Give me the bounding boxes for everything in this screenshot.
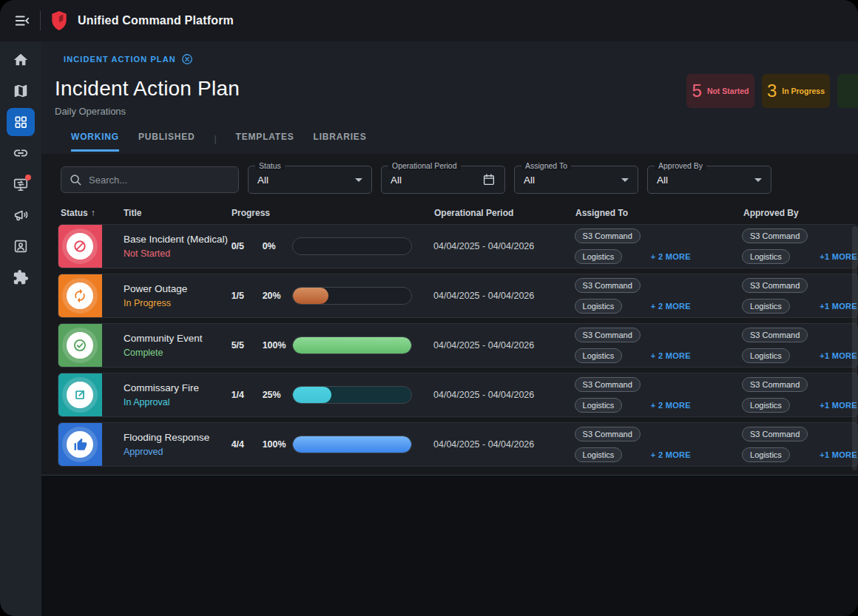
row-progress-cell: 1/5 20% (232, 287, 433, 305)
tab-published[interactable]: PUBLISHED (138, 132, 195, 152)
menu-toggle-icon[interactable] (6, 6, 38, 35)
assigned-more-link[interactable]: + 2 MORE (651, 401, 691, 410)
row-assigned-to-cell: S3 Command Logistics + 2 MORE (575, 229, 742, 264)
row-assigned-to-cell: S3 Command Logistics + 2 MORE (575, 427, 742, 462)
home-icon (13, 52, 29, 68)
sidebar-item-announcements[interactable] (4, 200, 37, 231)
check-circle-icon (72, 338, 87, 353)
column-header-approved-by[interactable]: Approved By (743, 208, 799, 218)
row-operational-period: 04/04/2025 - 04/04/2026 (433, 291, 575, 301)
row-progress-bar (292, 237, 412, 255)
approved-pill: S3 Command (742, 427, 808, 441)
row-title: Commissary Fire (124, 382, 232, 393)
assigned-pills: S3 Command Logistics (575, 278, 641, 314)
row-status-tile (58, 274, 102, 318)
row-assigned-to-cell: S3 Command Logistics + 2 MORE (575, 328, 742, 363)
assigned-more-link[interactable]: + 2 MORE (651, 252, 691, 261)
sort-asc-icon: ↑ (91, 208, 95, 218)
column-header-title[interactable]: Title (124, 208, 232, 218)
row-progress-bar (292, 386, 412, 404)
tab-working[interactable]: WORKING (71, 132, 119, 152)
row-assigned-to-cell: S3 Command Logistics + 2 MORE (575, 278, 742, 314)
dashboard-icon (13, 115, 28, 129)
breadcrumb-close-icon[interactable] (181, 53, 193, 65)
breadcrumb[interactable]: INCIDENT ACTION PLAN (64, 53, 193, 65)
sidebar-item-home[interactable] (4, 44, 37, 75)
tab-libraries[interactable]: LIBRARIES (314, 132, 367, 152)
column-header-status[interactable]: Status↑ (58, 208, 124, 218)
approved-pill: Logistics (742, 398, 790, 413)
row-status-glyph-circle (67, 332, 93, 359)
assigned-pills: S3 Command Logistics (575, 328, 641, 363)
operational-period-filter-value: All (391, 175, 482, 186)
column-header-progress[interactable]: Progress (232, 208, 434, 218)
notification-dot (25, 175, 31, 180)
assigned-to-filter[interactable]: Assigned To All (514, 166, 638, 194)
approved-pills: S3 Command Logistics (742, 328, 808, 363)
assigned-pill: Logistics (575, 348, 623, 363)
table-row[interactable]: Flooding Response Approved 4/4 100% 04/0… (58, 422, 858, 467)
table-row[interactable]: Commissary Fire In Approval 1/4 25% 04/0… (58, 373, 858, 417)
row-status-label: Not Started (124, 248, 232, 259)
status-filter-label: Status (255, 161, 285, 170)
in-progress-label: In Progress (782, 87, 825, 95)
column-header-operational-period[interactable]: Operational Period (434, 208, 575, 218)
row-title-cell: Community Event Complete (124, 333, 232, 358)
search-icon (69, 173, 82, 186)
sidebar-item-screens[interactable] (4, 169, 37, 200)
assigned-to-filter-value: All (524, 175, 621, 186)
row-progress-fraction: 4/4 (232, 439, 263, 450)
row-approved-by-cell: S3 Command Logistics +1 MORE (742, 377, 857, 413)
assigned-pill: Logistics (575, 398, 623, 413)
chevron-down-icon (355, 178, 362, 182)
row-status-tile (58, 422, 102, 467)
table-row[interactable]: Base Incident (Medical) Not Started 0/5 … (58, 224, 858, 268)
assigned-more-link[interactable]: + 2 MORE (651, 351, 691, 360)
row-title: Base Incident (Medical) (124, 234, 232, 245)
assigned-pill: Logistics (575, 447, 623, 462)
row-approved-by-cell: S3 Command Logistics +1 MORE (742, 229, 857, 264)
operational-period-filter[interactable]: Operational Period All (381, 166, 505, 194)
sidebar-item-links[interactable] (4, 138, 37, 169)
row-progress-percent: 100% (263, 439, 292, 450)
row-title: Community Event (124, 333, 232, 344)
sidebar-item-map[interactable] (4, 75, 37, 106)
row-title-cell: Base Incident (Medical) Not Started (124, 234, 232, 259)
row-status-glyph-circle (67, 382, 93, 408)
row-title: Flooding Response (124, 432, 232, 443)
column-header-assigned-to[interactable]: Assigned To (575, 208, 743, 218)
status-filter[interactable]: Status All (248, 166, 372, 194)
top-bar: Unified Command Platform (0, 0, 858, 41)
sidebar-item-integrations[interactable] (4, 262, 37, 293)
assigned-more-link[interactable]: + 2 MORE (651, 302, 691, 311)
plan-rows: Base Incident (Medical) Not Started 0/5 … (41, 224, 858, 467)
row-progress-fraction: 1/5 (232, 291, 263, 301)
assigned-pills: S3 Command Logistics (575, 377, 641, 413)
assigned-pill: S3 Command (575, 377, 641, 392)
table-row[interactable]: Power Outage In Progress 1/5 20% 04/04/2… (58, 274, 858, 318)
row-status-glyph-circle (67, 431, 93, 458)
assigned-pill: Logistics (575, 249, 623, 264)
table-header-row: Status↑ Title Progress Operational Perio… (58, 208, 858, 218)
page-header: INCIDENT ACTION PLAN Incident Action Pla… (41, 41, 858, 154)
sidebar-item-dashboard[interactable] (4, 106, 37, 138)
row-progress-fraction: 1/4 (232, 390, 263, 400)
row-progress-cell: 0/5 0% (232, 237, 433, 255)
breadcrumb-label: INCIDENT ACTION PLAN (64, 55, 176, 64)
search-box[interactable] (61, 166, 239, 193)
row-progress-bar (292, 336, 412, 354)
row-assigned-to-cell: S3 Command Logistics + 2 MORE (575, 377, 742, 413)
vertical-scrollbar[interactable] (852, 226, 857, 470)
row-operational-period: 04/04/2025 - 04/04/2026 (433, 390, 575, 400)
sidebar-item-contacts[interactable] (4, 231, 37, 262)
row-progress-bar (292, 287, 412, 305)
approved-by-filter[interactable]: Approved By All (647, 166, 771, 194)
tab-templates[interactable]: TEMPLATES (236, 132, 294, 152)
row-status-tile (58, 224, 102, 268)
table-row[interactable]: Community Event Complete 5/5 100% 04/04/… (58, 323, 858, 368)
app-title: Unified Command Platform (78, 14, 234, 27)
not-started-count: 5 (692, 81, 702, 101)
assigned-more-link[interactable]: + 2 MORE (651, 450, 691, 459)
approved-pill: S3 Command (742, 377, 808, 392)
search-input[interactable] (89, 175, 231, 186)
